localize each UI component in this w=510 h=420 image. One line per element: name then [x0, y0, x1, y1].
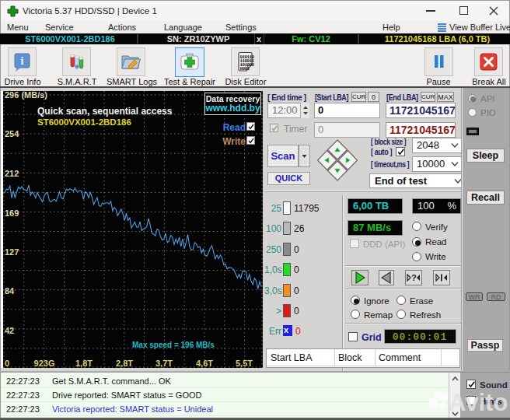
svg-text:0001: 0001 — [240, 66, 250, 72]
svg-text:?: ? — [411, 273, 417, 282]
svg-text:00:00:01: 00:00:01 — [393, 331, 447, 343]
svg-text:i: i — [21, 55, 24, 67]
